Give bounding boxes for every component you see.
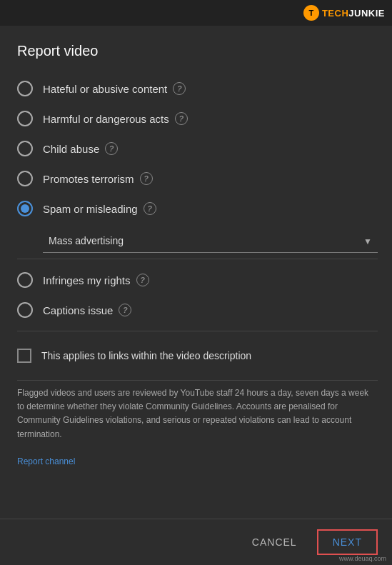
option-child-abuse[interactable]: Child abuse ? [17,134,378,164]
help-icon-terrorism[interactable]: ? [140,172,153,185]
radio-spam[interactable] [17,201,33,216]
option-label-spam: Spam or misleading ? [43,202,156,215]
option-label-captions: Captions issue ? [43,304,131,316]
brand: T TECHJUNKIE [303,5,385,21]
dialog-title: Report video [17,43,378,59]
divider-3 [17,380,378,381]
option-harmful[interactable]: Harmful or dangerous acts ? [17,104,378,134]
option-label-hateful: Hateful or abusive content ? [43,82,186,95]
help-icon-harmful[interactable]: ? [175,112,188,125]
radio-harmful[interactable] [17,111,33,126]
help-icon-child-abuse[interactable]: ? [105,142,118,155]
topbar: T TECHJUNKIE [0,0,392,26]
radio-spam-inner [21,204,29,213]
bottom-bar: CANCEL NEXT [0,519,392,565]
next-button[interactable]: NEXT [317,529,378,555]
checkbox-label: This applies to links within the video d… [41,350,251,361]
option-spam[interactable]: Spam or misleading ? [17,194,378,224]
radio-rights[interactable] [17,272,33,288]
help-icon-hateful[interactable]: ? [173,82,186,95]
links-checkbox[interactable] [17,349,31,363]
option-label-child-abuse: Child abuse ? [43,142,118,155]
brand-name-part1: TECH [322,8,348,19]
divider-1 [17,259,378,259]
footer-description: Flagged videos and users are reviewed by… [17,388,368,439]
watermark: www.deuaq.com [339,555,386,562]
report-dialog: Report video Hateful or abusive content … [0,26,392,565]
checkbox-row[interactable]: This applies to links within the video d… [17,337,378,374]
divider-2 [17,331,378,331]
brand-icon-letter: T [309,9,314,17]
help-icon-rights[interactable]: ? [136,274,149,286]
option-captions[interactable]: Captions issue ? [17,295,378,325]
report-channel-link[interactable]: Report channel [17,456,75,466]
brand-icon: T [303,5,319,21]
brand-name: TECHJUNKIE [322,8,385,19]
option-label-harmful: Harmful or dangerous acts ? [43,112,188,125]
radio-captions[interactable] [17,302,33,318]
dialog-scroll-area[interactable]: Report video Hateful or abusive content … [0,26,392,519]
option-label-rights: Infringes my rights ? [43,274,149,286]
option-label-terrorism: Promotes terrorism ? [43,172,153,185]
radio-terrorism[interactable] [17,171,33,186]
brand-name-part2: JUNKIE [348,8,385,19]
radio-hateful[interactable] [17,81,33,96]
option-rights[interactable]: Infringes my rights ? [17,265,378,295]
window: T TECHJUNKIE Report video Hateful or abu… [0,0,392,565]
help-icon-spam[interactable]: ? [144,202,156,215]
sub-category-dropdown[interactable]: Mass advertising Misleading thumbnail Sc… [43,229,378,253]
option-hateful[interactable]: Hateful or abusive content ? [17,74,378,104]
footer-text: Flagged videos and users are reviewed by… [17,386,378,469]
radio-child-abuse[interactable] [17,141,33,156]
option-terrorism[interactable]: Promotes terrorism ? [17,164,378,194]
sub-category-dropdown-container: Mass advertising Misleading thumbnail Sc… [43,229,378,253]
help-icon-captions[interactable]: ? [119,304,131,316]
cancel-button[interactable]: CANCEL [243,531,306,554]
